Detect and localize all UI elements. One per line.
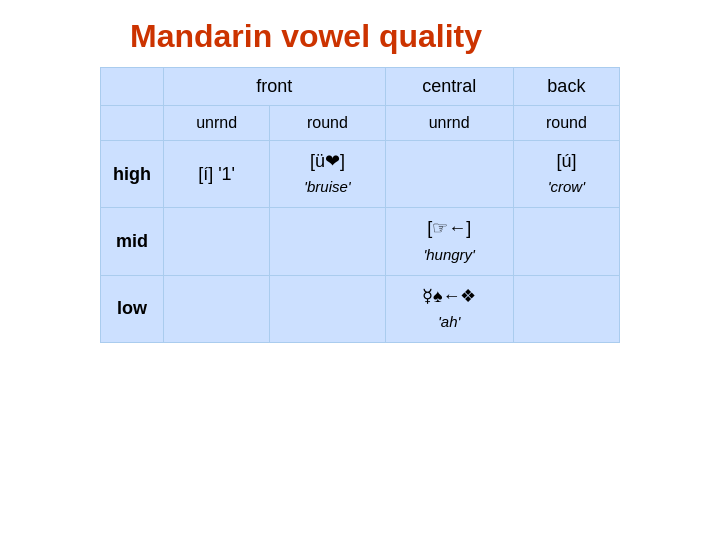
header-front: front: [164, 68, 386, 106]
cell-high-central-unrnd: [385, 141, 513, 208]
header-back: back: [513, 68, 619, 106]
cell-mid-back-rnd: [513, 208, 619, 275]
header-row-1: front central back: [101, 68, 620, 106]
subheader-unrnd-2: unrnd: [385, 106, 513, 141]
cell-low-front-rnd: [270, 275, 385, 342]
row-label-mid: mid: [101, 208, 164, 275]
vowel-table: front central back unrnd round unrnd rou…: [100, 67, 620, 343]
subheader-empty: [101, 106, 164, 141]
table-row-high: high [í] '1' [ü❤]'bruise' [ú]'crow': [101, 141, 620, 208]
cell-high-back-rnd: [ú]'crow': [513, 141, 619, 208]
header-row-2: unrnd round unrnd round: [101, 106, 620, 141]
page-title: Mandarin vowel quality: [0, 0, 720, 67]
table-wrapper: front central back unrnd round unrnd rou…: [0, 67, 720, 343]
cell-high-front-unrnd: [í] '1': [164, 141, 270, 208]
cell-low-front-unrnd: [164, 275, 270, 342]
cell-high-front-rnd: [ü❤]'bruise': [270, 141, 385, 208]
cell-mid-front-unrnd: [164, 208, 270, 275]
header-empty-1: [101, 68, 164, 106]
row-label-low: low: [101, 275, 164, 342]
row-label-high: high: [101, 141, 164, 208]
subheader-round-2: round: [513, 106, 619, 141]
table-row-low: low ☿♠←❖'ah': [101, 275, 620, 342]
cell-mid-central-unrnd: [☞←]'hungry': [385, 208, 513, 275]
cell-mid-front-rnd: [270, 208, 385, 275]
cell-low-back-rnd: [513, 275, 619, 342]
subheader-round-1: round: [270, 106, 385, 141]
subheader-unrnd-1: unrnd: [164, 106, 270, 141]
header-central: central: [385, 68, 513, 106]
table-row-mid: mid [☞←]'hungry': [101, 208, 620, 275]
cell-low-central-unrnd: ☿♠←❖'ah': [385, 275, 513, 342]
